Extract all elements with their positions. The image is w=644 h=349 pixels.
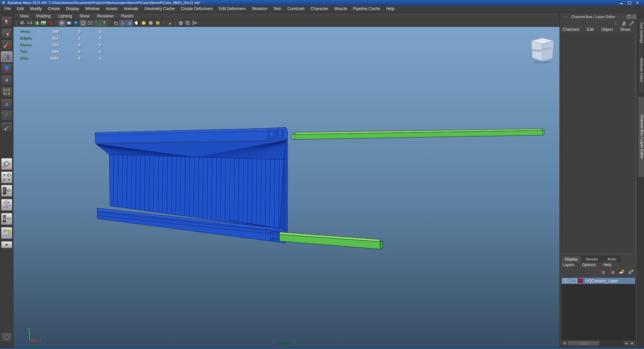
layer-move-up-icon[interactable] [599,269,606,275]
view-cube[interactable]: FRONT RIGHT [531,38,554,64]
toolbar-grip[interactable] [55,20,57,25]
layer-display-toggle[interactable] [570,279,577,283]
create-empty-layer-icon[interactable] [618,269,625,275]
stat-arrow-icon[interactable] [629,20,635,26]
scene-canvas[interactable]: FRONT RIGHT [13,27,559,349]
wireframe-icon[interactable] [112,20,119,26]
minimize-icon[interactable] [620,1,623,4]
image-plane-icon[interactable] [40,20,47,26]
four-pane-layout[interactable] [1,171,12,183]
quick-layout-icon[interactable] [1,332,12,342]
side-tab-channel-box-layer-editor[interactable]: Channel Box / Layer Editor [638,96,644,177]
region-icon[interactable] [94,20,100,26]
layer-menu-item[interactable]: Layers [562,263,575,267]
pan-zoom-icon[interactable] [47,20,54,26]
close-panel-icon[interactable]: ✕ [632,15,636,19]
menu-item[interactable]: Pipeline Cache [350,5,383,12]
textured-lights-icon[interactable] [155,20,161,26]
panel-menu-item[interactable]: Lighting [54,14,76,18]
menu-item[interactable]: Animate [120,5,141,12]
menu-item[interactable]: Create [45,5,63,12]
channel-menu-item[interactable]: Object [601,27,617,32]
all-lights-icon[interactable] [141,20,147,26]
resolution-gate-icon[interactable] [73,20,79,26]
paint-selection-tool[interactable] [1,40,12,50]
menu-item[interactable]: Help [383,5,397,12]
menu-item[interactable]: Edit Deformers [216,5,249,12]
menu-item[interactable]: Skin [270,5,284,12]
channel-menu-item[interactable]: Show [620,27,634,32]
speed-dial-icon[interactable] [621,20,627,26]
menu-item[interactable]: Create Deformers [178,5,216,12]
scrollbar-thumb[interactable] [568,341,600,346]
float-window-icon[interactable]: ❐ [627,15,631,19]
persp-hypergraph-layout[interactable] [1,227,12,239]
menu-item[interactable]: Edit [14,5,27,12]
menu-item[interactable]: File [1,5,14,12]
safe-title-icon[interactable]: T [101,20,107,26]
panel-menu-item[interactable]: Renderer [93,14,117,18]
lasso-tool[interactable] [1,28,12,39]
rotate-tool[interactable] [1,63,12,74]
channel-list-area[interactable] [561,34,636,254]
layer-list[interactable]: V HQCamera_Layer [561,277,636,340]
use-default-material-icon[interactable] [133,20,140,26]
layer-editor-tab[interactable]: Anim [602,256,621,262]
layer-menu-item[interactable]: Options [582,263,596,267]
finned-case[interactable] [95,127,287,243]
layer-editor-tab[interactable]: Display [561,256,581,262]
textured-icon[interactable] [126,20,133,26]
isolate-select-icon[interactable] [166,20,172,26]
menu-item[interactable]: Skeleton [249,5,271,12]
grid-icon[interactable] [59,20,65,26]
toolbar-grip[interactable] [163,20,164,25]
scroll-left-step-icon[interactable]: ◄ [623,341,629,346]
menu-item[interactable]: Geometry Cache [142,5,178,12]
no-lights-icon[interactable] [148,20,154,26]
side-tab-tool-settings[interactable]: Tool Settings [638,18,644,47]
show-manipulator-tool[interactable] [1,110,12,121]
scale-tool[interactable] [1,75,12,85]
long-flat-bar[interactable] [292,129,544,139]
maximize-icon[interactable] [628,1,631,4]
channel-menu-item[interactable]: Channels [562,27,584,32]
xray-joints-icon[interactable] [184,20,191,26]
create-layer-from-selected-icon[interactable] [627,269,634,275]
move-tool[interactable] [1,51,12,62]
layer-move-down-icon[interactable] [608,269,615,275]
menu-item[interactable]: Character [308,5,331,12]
panel-menu-item[interactable]: View [16,14,32,18]
channel-menu-item[interactable]: Edit [587,27,598,32]
last-tool[interactable] [1,122,12,132]
menu-item[interactable]: Modify [27,5,45,12]
viewport[interactable]: FRONT RIGHT Verts: 288 0 0 Edges: [13,27,559,349]
select-tool[interactable] [1,16,12,27]
camera-icon[interactable] [19,20,25,26]
hypershade-persp-layout[interactable] [1,213,12,225]
layer-editor-tab[interactable]: Render [582,256,602,262]
single-pane-layout[interactable] [1,158,12,170]
layer-color-swatch[interactable] [578,279,583,283]
menu-item[interactable]: Assets [102,5,120,12]
bookmark-icon[interactable] [33,20,40,26]
toolbar-grip[interactable] [174,20,176,25]
close-icon[interactable]: ✕ [636,1,639,4]
axis-manipulator-icon[interactable] [613,21,619,26]
universal-manipulator-tool[interactable] [1,86,12,97]
side-tab-attribute-editor[interactable]: Attribute Editor [638,47,644,94]
separate-icon[interactable] [192,20,198,26]
layout-menu-button[interactable] [1,241,12,248]
menu-item[interactable]: Display [63,5,82,12]
soft-modification-tool[interactable] [1,98,12,109]
drag-handle[interactable] [617,15,625,18]
view-cube-front-label[interactable]: FRONT [531,48,542,53]
layer-row[interactable]: V HQCamera_Layer [561,278,635,284]
toolbar-grip[interactable] [109,20,111,25]
xray-icon[interactable] [177,20,184,26]
panel-menu-item[interactable]: Shading [32,14,54,18]
menu-item[interactable]: Window [82,5,103,12]
menu-item[interactable]: Constrain [284,5,308,12]
outliner-persp-layout[interactable] [1,185,12,197]
panel-menu-item[interactable]: Show [76,14,93,18]
short-flat-bar[interactable] [279,232,383,249]
